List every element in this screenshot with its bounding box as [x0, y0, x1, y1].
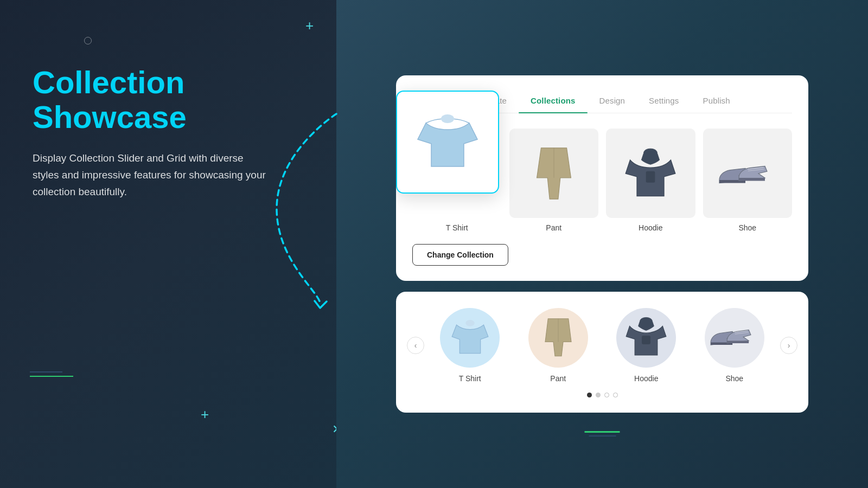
- arrow-decoration: [266, 108, 353, 309]
- slider-prev-button[interactable]: ‹: [407, 337, 424, 354]
- pant-circle: [528, 308, 588, 368]
- collections-grid: T Shirt Pant: [412, 129, 792, 232]
- tshirt-circle: [440, 308, 500, 368]
- hoodie-label: Hoodie: [639, 223, 662, 232]
- shoe-image-bg: [703, 129, 793, 218]
- change-collection-button[interactable]: Change Collection: [412, 244, 508, 266]
- grid-item-shoe[interactable]: Shoe: [703, 129, 793, 232]
- headline: CollectionShowcase: [33, 65, 304, 134]
- slider-row: ‹ T Shirt: [407, 308, 797, 383]
- tab-publish[interactable]: Publish: [691, 92, 742, 113]
- slider-item-hoodie[interactable]: Hoodie: [606, 308, 687, 383]
- svg-rect-7: [642, 336, 650, 344]
- description: Display Collection Slider and Grid with …: [33, 150, 266, 201]
- dot-3[interactable]: [604, 393, 609, 397]
- tshirt-slider-label: T Shirt: [459, 374, 481, 383]
- shoe-label: Shoe: [738, 223, 756, 232]
- plus-icon-top: +: [305, 17, 314, 34]
- tab-design[interactable]: Design: [588, 92, 637, 113]
- pant-image-bg: [509, 129, 599, 218]
- dot-4[interactable]: [613, 393, 618, 397]
- grid-card: Layout Template Collections Design Setti…: [396, 75, 808, 281]
- slider-items: T Shirt Pant: [430, 308, 775, 383]
- shoe-slider-label: Shoe: [725, 374, 743, 383]
- hoodie-image-bg: [606, 129, 695, 218]
- grid-item-hoodie[interactable]: Hoodie: [606, 129, 695, 232]
- dot-2[interactable]: [596, 393, 601, 397]
- slider-card: ‹ T Shirt: [396, 292, 808, 413]
- svg-point-0: [441, 114, 454, 123]
- chevron-left-icon: ‹: [414, 341, 417, 350]
- slider-item-tshirt[interactable]: T Shirt: [430, 308, 510, 383]
- bottom-line-decoration: [585, 431, 620, 436]
- selected-float-tshirt: [396, 91, 499, 194]
- hoodie-circle: [616, 308, 676, 368]
- pant-slider-label: Pant: [550, 374, 566, 383]
- slider-next-button[interactable]: ›: [780, 337, 797, 354]
- hoodie-slider-label: Hoodie: [634, 374, 658, 383]
- tab-collections[interactable]: Collections: [519, 92, 588, 113]
- circle-decoration: [84, 37, 92, 44]
- slider-item-pant[interactable]: Pant: [518, 308, 599, 383]
- pant-label: Pant: [546, 223, 561, 232]
- line-decoration: [30, 371, 73, 377]
- plus-icon-bottom: +: [201, 406, 209, 423]
- slider-dots: [407, 393, 797, 397]
- tab-settings[interactable]: Settings: [637, 92, 691, 113]
- grid-item-pant[interactable]: Pant: [509, 129, 599, 232]
- svg-point-5: [465, 320, 475, 326]
- slider-item-shoe[interactable]: Shoe: [694, 308, 775, 383]
- svg-rect-2: [646, 171, 655, 182]
- shoe-circle: [705, 308, 764, 368]
- dot-1[interactable]: [587, 393, 592, 397]
- right-panel: Layout Template Collections Design Setti…: [336, 0, 868, 488]
- grid-item-tshirt[interactable]: T Shirt: [412, 129, 502, 232]
- tshirt-label: T Shirt: [446, 223, 468, 232]
- chevron-right-icon: ›: [788, 341, 790, 350]
